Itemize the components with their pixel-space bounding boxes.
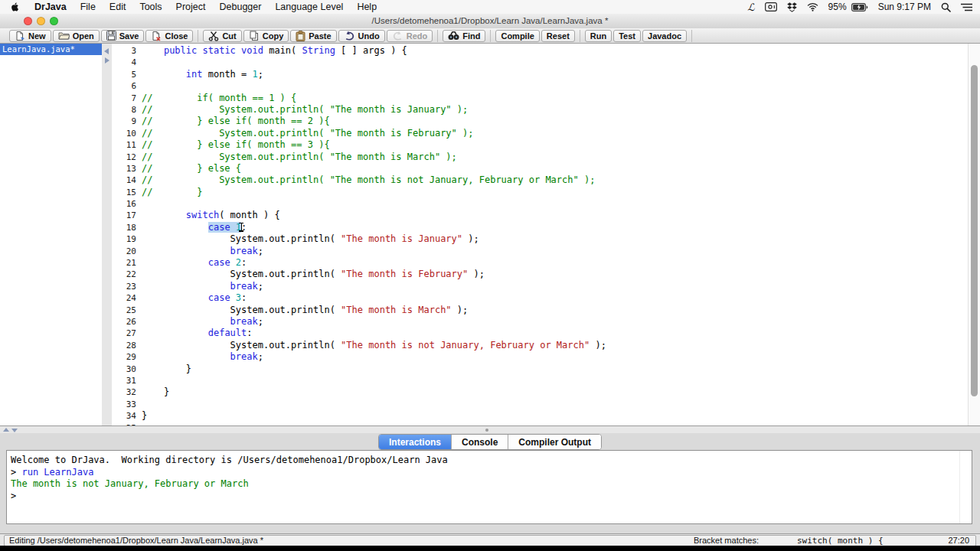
dropbox-menu-icon[interactable] [787, 2, 797, 12]
notification-center-icon[interactable] [961, 3, 972, 11]
menu-item-language-level[interactable]: Language Level [268, 2, 350, 12]
find-button[interactable]: Find [443, 30, 485, 42]
code-line[interactable]: 20 break; [112, 246, 980, 257]
code-editor[interactable]: 3 public static void main( String [ ] ar… [112, 44, 980, 426]
code-line[interactable]: 18 case 1: [112, 222, 980, 233]
close-button[interactable]: Close [145, 30, 193, 42]
code-line[interactable]: 27 default: [112, 328, 980, 339]
code-text: switch( month ) { [142, 210, 280, 221]
editor-interactions-divider[interactable] [0, 426, 980, 433]
code-line[interactable]: 14// System.out.println( "The month is n… [112, 174, 980, 186]
code-line[interactable]: 33 [112, 399, 980, 410]
battery-icon[interactable] [851, 3, 868, 11]
compile-button[interactable]: Compile [495, 30, 539, 42]
code-line[interactable]: 21 case 2: [112, 257, 980, 269]
editor-vertical-scrollbar[interactable] [968, 44, 980, 425]
code-line[interactable]: 23 break; [112, 281, 980, 292]
spotlight-search-icon[interactable] [941, 2, 951, 12]
code-line[interactable]: 22 System.out.println( "The month is Feb… [112, 269, 980, 280]
code-line[interactable]: 9// } else if( month == 2 ){ [112, 116, 980, 127]
code-line[interactable]: 3 public static void main( String [ ] ar… [112, 45, 980, 57]
apple-menu[interactable] [0, 2, 28, 12]
line-number: 28 [112, 340, 136, 351]
scrollbar-thumb[interactable] [971, 65, 978, 396]
code-line[interactable]: 34} [112, 410, 980, 422]
new-button[interactable]: New [9, 30, 51, 42]
paste-button[interactable]: Paste [290, 30, 336, 42]
code-line[interactable]: 17 switch( month ) { [112, 210, 980, 221]
collapse-down-icon[interactable] [11, 429, 18, 432]
menu-item-help[interactable]: Help [350, 2, 384, 12]
code-line[interactable]: 10// System.out.println( "The month is F… [112, 128, 980, 139]
line-number: 3 [112, 45, 136, 57]
expand-right-icon[interactable] [105, 57, 109, 64]
open-button[interactable]: Open [53, 30, 100, 42]
code-line[interactable]: 25 System.out.println( "The month is Mar… [112, 305, 980, 316]
menu-bar-clock[interactable]: Sun 9:17 PM [878, 2, 931, 12]
menu-item-tools[interactable]: Tools [132, 2, 168, 12]
collapse-left-icon[interactable] [104, 48, 109, 54]
copy-button[interactable]: Copy [243, 30, 289, 42]
menu-item-debugger[interactable]: Debugger [213, 2, 269, 12]
code-text: // if( month == 1 ) { [142, 93, 296, 104]
script-l-menu-icon[interactable]: ℒ [747, 2, 754, 13]
keyword: default [208, 328, 247, 338]
code-line[interactable]: 7// if( month == 1 ) { [112, 93, 980, 104]
divider-handle-dot[interactable] [485, 429, 488, 432]
line-number: 25 [112, 305, 136, 316]
code-line[interactable]: 12// System.out.println( "The month is M… [112, 152, 980, 163]
code-line[interactable]: 6 [112, 80, 980, 92]
menu-item-file[interactable]: File [74, 2, 103, 12]
code-line[interactable]: 5 int month = 1; [112, 69, 980, 80]
code-segment: ( month ) { [219, 210, 279, 220]
undo-icon [344, 31, 355, 41]
menu-item-edit[interactable]: Edit [103, 2, 133, 12]
code-line[interactable]: 32 } [112, 386, 980, 398]
code-line[interactable]: 24 case 3: [112, 292, 980, 304]
code-line[interactable]: 29 break; [112, 351, 980, 363]
code-line[interactable]: 28 System.out.println( "The month is not… [112, 340, 980, 351]
window-title-bar[interactable]: /Users/detomehenoa1/Dropbox/Learn Java/L… [0, 14, 980, 29]
code-line[interactable]: 31 [112, 375, 980, 386]
line-number: 18 [112, 222, 136, 233]
javadoc-button[interactable]: Javadoc [642, 30, 687, 42]
reset-button[interactable]: Reset [541, 30, 575, 42]
code-line[interactable]: 13// } else { [112, 163, 980, 174]
code-line[interactable]: 8// System.out.println( "The month is Ja… [112, 104, 980, 116]
code-text: case 1: [142, 222, 247, 233]
save-button[interactable]: Save [101, 30, 145, 42]
wifi-menu-icon[interactable] [807, 3, 818, 11]
line-number: 30 [112, 364, 136, 375]
cut-button[interactable]: Cut [203, 30, 241, 42]
expand-up-icon[interactable] [3, 428, 9, 432]
interactions-pane[interactable]: Welcome to DrJava. Working directory is … [6, 450, 972, 524]
tab-compiler-output[interactable]: Compiler Output [508, 435, 601, 449]
tab-console[interactable]: Console [452, 435, 508, 449]
code-line[interactable]: 19 System.out.println( "The month is Jan… [112, 233, 980, 245]
sidebar-split-divider[interactable] [102, 44, 112, 426]
code-text: case 3: [142, 292, 247, 304]
code-line[interactable]: 4 [112, 57, 980, 68]
toolbar-button-label: Copy [263, 31, 284, 41]
run-button[interactable]: Run [585, 30, 612, 42]
menu-item-drjava[interactable]: DrJava [28, 2, 74, 12]
code-line[interactable]: 11// } else if( month == 3 ){ [112, 139, 980, 151]
code-line[interactable]: 16 [112, 198, 980, 210]
code-text: System.out.println( "The month is March"… [142, 305, 468, 316]
code-line[interactable]: 15// } [112, 187, 980, 198]
undo-button[interactable]: Undo [338, 30, 385, 42]
test-button[interactable]: Test [613, 30, 641, 42]
menu-item-project[interactable]: Project [169, 2, 213, 12]
status-bar: Editing /Users/detomehenoa1/Dropbox/Lear… [0, 533, 980, 546]
redo-icon [392, 31, 403, 41]
toolbar: NewOpenSaveCloseCutCopyPasteUndoRedoFind… [0, 28, 980, 44]
code-line[interactable]: 26 break; [112, 316, 980, 328]
new-document-icon [15, 31, 25, 41]
display-menu-icon[interactable] [765, 2, 777, 11]
line-number: 15 [112, 187, 136, 198]
redo-button[interactable]: Redo [387, 30, 433, 42]
document-list-item[interactable]: LearnJava.java* [0, 44, 102, 55]
tab-interactions[interactable]: Interactions [379, 435, 452, 449]
line-number: 14 [112, 174, 136, 186]
code-line[interactable]: 30 } [112, 364, 980, 375]
